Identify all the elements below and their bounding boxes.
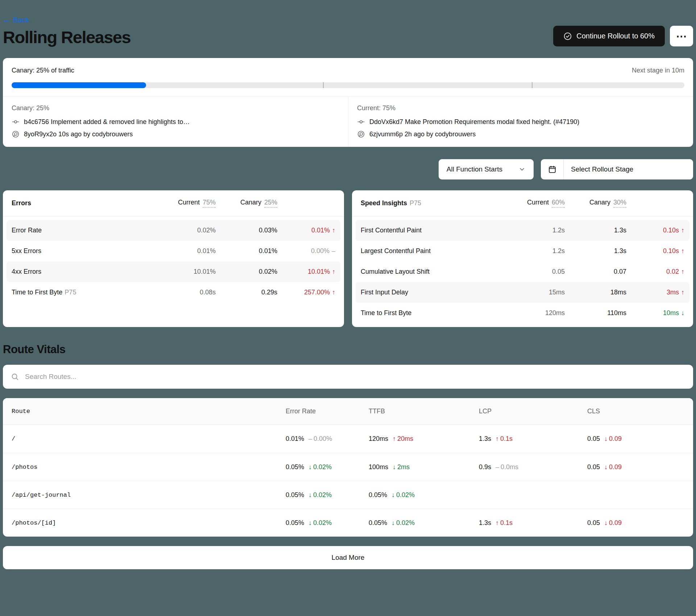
metrics-card: Errors Current75% Canary25% Error Rate 0… xyxy=(3,190,344,327)
route-table-body: / 0.01%–0.00% 120ms↑20ms 1.3s↑0.1s 0.05↓… xyxy=(3,425,693,537)
route-table-header: Route Error Rate TTFB LCP CLS xyxy=(3,398,693,425)
metric-label: First Input Delay xyxy=(361,289,514,296)
metrics-card-header: Speed InsightsP75 Current60% Canary30% xyxy=(352,190,693,216)
rollout-progress-fill xyxy=(12,82,146,88)
cls-cell: 0.05↓0.09 xyxy=(587,519,693,527)
metric-delta-value: 0.00%– xyxy=(277,247,335,255)
calendar-button[interactable] xyxy=(541,159,563,179)
canary-split-header: Canary30% xyxy=(565,199,626,208)
git-commit-icon xyxy=(357,118,365,126)
metric-canary-value: 0.03% xyxy=(216,227,277,234)
page-title: Rolling Releases xyxy=(3,27,130,47)
metric-current-value: 120ms xyxy=(514,309,565,317)
column-header-cls: CLS xyxy=(587,408,693,415)
page-header: ←Back Rolling Releases Continue Rollout … xyxy=(3,16,693,47)
metric-current-value: 1.2s xyxy=(514,227,565,234)
metrics-card-title: Speed InsightsP75 xyxy=(361,199,514,207)
metric-row: First Contentful Paint 1.2s 1.3s 0.10s↑ xyxy=(356,220,689,241)
table-row[interactable]: /photos 0.05%↓0.02% 100ms↓2ms 0.9s–0.0ms… xyxy=(3,453,693,481)
current-percent-value[interactable]: 75% xyxy=(203,199,216,208)
metrics-rows: Error Rate 0.02% 0.03% 0.01%↑ 5xx Errors… xyxy=(3,216,344,306)
error-rate-cell: 0.01%–0.00% xyxy=(286,435,369,443)
metric-current-value: 1.2s xyxy=(514,247,565,255)
select-rollout-stage[interactable]: Select Rollout Stage xyxy=(564,159,693,179)
load-more-button[interactable]: Load More xyxy=(3,546,693,569)
rollout-progress-track xyxy=(12,82,684,88)
metric-row: 4xx Errors 10.01% 0.02% 10.01%↑ xyxy=(7,261,340,282)
release-columns: Canary: 25% b4c6756 Implement added & re… xyxy=(3,96,693,147)
metric-current-value: 0.08s xyxy=(165,289,216,296)
metric-canary-value: 1.3s xyxy=(565,227,626,234)
metric-canary-value: 0.02% xyxy=(216,268,277,276)
current-split-header: Current75% xyxy=(165,199,216,208)
metric-label: Time to First Byte xyxy=(361,309,514,317)
function-starts-dropdown[interactable]: All Function Starts xyxy=(439,159,534,179)
metric-row: First Input Delay 15ms 18ms 3ms↑ xyxy=(356,282,689,303)
calendar-icon xyxy=(548,165,557,174)
metric-canary-value: 110ms xyxy=(565,309,626,317)
continue-rollout-button[interactable]: Continue Rollout to 60% xyxy=(553,26,665,46)
metric-delta-value: 10ms↓ xyxy=(626,309,684,317)
metric-delta-value: 0.01%↑ xyxy=(277,227,335,234)
table-row[interactable]: /photos/[id] 0.05%↓0.02% 0.05%↓0.02% 1.3… xyxy=(3,509,693,537)
chevron-down-icon xyxy=(518,166,526,173)
metrics-card-header: Errors Current75% Canary25% xyxy=(3,190,344,216)
canary-percent-value[interactable]: 30% xyxy=(613,199,626,208)
filter-row: All Function Starts Select Rollout Stage xyxy=(3,159,693,179)
metric-label: Cumulative Layout Shift xyxy=(361,268,514,276)
metric-delta-value: 10.01%↑ xyxy=(277,268,335,276)
commit-line: DdoVx6kd7 Make Promotion Requirements mo… xyxy=(357,118,684,126)
metric-row: Cumulative Layout Shift 0.05 0.07 0.02↑ xyxy=(356,261,689,282)
table-row[interactable]: / 0.01%–0.00% 120ms↑20ms 1.3s↑0.1s 0.05↓… xyxy=(3,425,693,453)
metric-current-value: 0.05 xyxy=(514,268,565,276)
metric-row: Time to First ByteP75 0.08s 0.29s 257.00… xyxy=(7,282,340,303)
canary-percent-value[interactable]: 25% xyxy=(264,199,277,208)
lcp-cell: 1.3s↑0.1s xyxy=(479,519,587,527)
current-percent-value[interactable]: 60% xyxy=(552,199,565,208)
metric-delta-value: 0.02↑ xyxy=(626,268,684,276)
metric-current-value: 0.01% xyxy=(165,247,216,255)
release-column: Current: 75% DdoVx6kd7 Make Promotion Re… xyxy=(348,96,693,147)
search-routes-input[interactable] xyxy=(25,373,685,381)
metrics-rows: First Contentful Paint 1.2s 1.3s 0.10s↑ … xyxy=(352,216,693,327)
column-header-ttfb: TTFB xyxy=(369,408,479,415)
route-name: /api/get-journal xyxy=(3,492,286,499)
metrics-card: Speed InsightsP75 Current60% Canary30% F… xyxy=(352,190,693,327)
route-name: /photos/[id] xyxy=(3,520,286,526)
git-commit-icon xyxy=(12,118,20,126)
metric-current-value: 0.02% xyxy=(165,227,216,234)
error-rate-cell: 0.05%↓0.02% xyxy=(286,519,369,527)
route-name: / xyxy=(3,435,286,442)
lcp-cell: 1.3s↑0.1s xyxy=(479,435,587,443)
cls-cell: 0.05↓0.09 xyxy=(587,463,693,471)
cls-cell xyxy=(587,491,693,499)
metric-row: 5xx Errors 0.01% 0.01% 0.00%– xyxy=(7,241,340,261)
ttfb-cell: 0.05%↓0.02% xyxy=(369,491,479,499)
traffic-split-label: Canary: 25% xyxy=(12,104,339,112)
deployment-line: 6zjvumm6p 2h ago by codybrouwers xyxy=(357,130,684,138)
metric-delta-value: 3ms↑ xyxy=(626,289,684,296)
metric-label: Error Rate xyxy=(12,227,165,234)
metric-label: Time to First ByteP75 xyxy=(12,289,165,296)
metric-label: Largest Contentful Paint xyxy=(361,247,514,255)
more-options-button[interactable]: ⋯ xyxy=(670,26,693,46)
back-link[interactable]: ←Back xyxy=(3,16,29,24)
canary-rollout-card: Canary: 25% of traffic Next stage in 10m… xyxy=(3,58,693,147)
metric-label: First Contentful Paint xyxy=(361,227,514,234)
page-header-left: ←Back Rolling Releases xyxy=(3,16,130,47)
metric-delta-value: 0.10s↑ xyxy=(626,247,684,255)
table-row[interactable]: /api/get-journal 0.05%↓0.02% 0.05%↓0.02% xyxy=(3,481,693,509)
route-search-card xyxy=(3,365,693,389)
metric-delta-value: 257.00%↑ xyxy=(277,289,335,296)
metric-label: 4xx Errors xyxy=(12,268,165,276)
deployment-line: 8yoR9yx2o 10s ago by codybrouwers xyxy=(12,130,339,138)
current-split-header: Current60% xyxy=(514,199,565,208)
check-circle-icon xyxy=(563,32,572,41)
column-header-error-rate: Error Rate xyxy=(286,408,369,415)
ttfb-cell: 120ms↑20ms xyxy=(369,435,479,443)
lcp-cell: 0.9s–0.0ms xyxy=(479,463,587,471)
column-header-lcp: LCP xyxy=(479,408,587,415)
deployment-icon xyxy=(12,130,20,138)
deployment-text: 8yoR9yx2o 10s ago by codybrouwers xyxy=(24,131,133,138)
traffic-split-label: Current: 75% xyxy=(357,104,684,112)
